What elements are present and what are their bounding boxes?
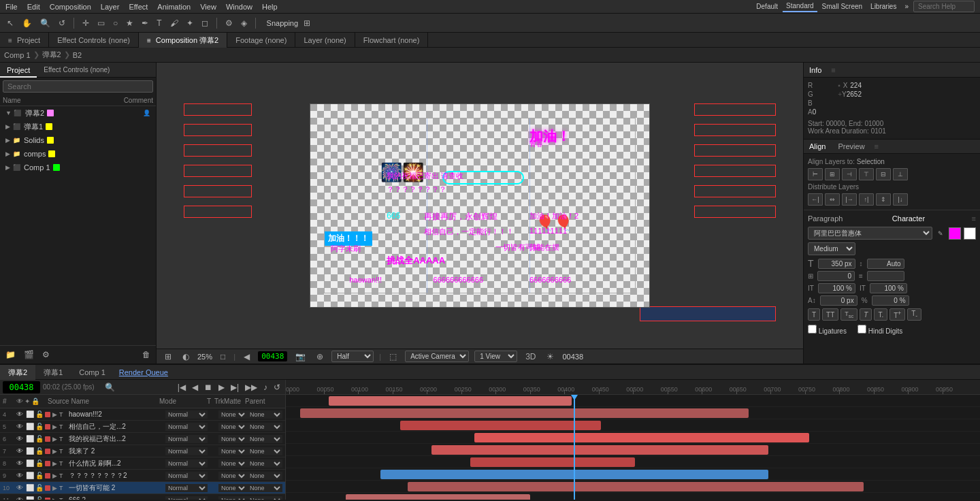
layer-parent-sel-4[interactable]: None [247, 410, 282, 419]
tool-eraser[interactable]: ◻ [199, 17, 211, 29]
layer-mode-sel-9[interactable]: Normal [165, 472, 208, 480]
font-family-select[interactable]: 阿里巴巴普惠体 [808, 227, 932, 240]
layer-parent-sel-9[interactable]: None [247, 472, 282, 480]
expand-arrow4[interactable]: ▶ [5, 150, 10, 157]
layer-eye-6[interactable]: 👁 [16, 435, 26, 442]
info-tab[interactable]: Info [809, 66, 821, 74]
layer-row-9[interactable]: 9 👁 ⬜ 🔓 ▶ T ？？？？？？？？2 Normal None None [0, 470, 285, 482]
kerning-input[interactable] [817, 271, 855, 281]
zoom-fit[interactable]: □ [218, 351, 228, 363]
layer-lock-6[interactable]: 🔓 [35, 435, 45, 442]
layer-expand-11[interactable]: ▶ [52, 497, 59, 500]
proj-item-comps[interactable]: ▶ 📁 comps [0, 147, 156, 161]
layer-solo-5[interactable]: ⬜ [26, 423, 35, 430]
layer-row-8[interactable]: 8 👁 ⬜ 🔓 ▶ T 什么情况 刷啊...2 Normal None None [0, 457, 285, 470]
tool-brush[interactable]: 🖌 [167, 17, 181, 29]
workspace-small-screen[interactable]: Small Screen [819, 1, 866, 12]
menu-effect[interactable]: Effect [129, 3, 148, 11]
character-tab[interactable]: Character [892, 214, 925, 223]
tl-next-frame[interactable]: ▶ [216, 382, 227, 393]
proj-new-folder[interactable]: 📁 [3, 349, 18, 361]
breadcrumb-danmu2[interactable]: 弹幕2 [42, 50, 61, 60]
viewer-snap[interactable]: ⊕ [314, 351, 326, 363]
tl-tab-comp1[interactable]: Comp 1 [71, 365, 114, 380]
panel-tab-effect-controls[interactable]: Effect Controls (none) [49, 33, 139, 48]
layer-trk-sel-6[interactable]: None [218, 435, 247, 443]
layer-trk-sel-9[interactable]: None [218, 472, 247, 480]
menu-view[interactable]: View [200, 3, 216, 11]
viewer-camera-icon[interactable]: 📷 [293, 351, 308, 363]
tool-roto[interactable]: ◈ [238, 17, 250, 29]
layer-row-6[interactable]: 6 👁 ⬜ 🔓 ▶ T 我的祝福已寄出...2 Normal None None [0, 433, 285, 445]
layer-eye-4[interactable]: 👁 [16, 410, 26, 418]
panel-tab-composition[interactable]: ≡ Composition 弹幕2 [139, 33, 227, 48]
layer-trk-sel-7[interactable]: None [218, 447, 247, 455]
timeline-tracks-panel[interactable]: 0000000050001000015000200002500030000350… [286, 380, 980, 500]
expand-arrow1[interactable]: ▼ [5, 110, 12, 116]
layer-expand-9[interactable]: ▶ [52, 472, 59, 479]
font-size-input[interactable] [818, 259, 855, 269]
proj-item-comp1[interactable]: ▶ ⬛ Comp 1 [0, 161, 156, 174]
tl-tab-danmu1[interactable]: 弹幕1 [35, 365, 71, 380]
tl-search-btn[interactable]: 🔍 [103, 382, 117, 393]
proj-tab-project[interactable]: Project [0, 63, 37, 78]
leading-input[interactable] [867, 259, 904, 269]
tool-select[interactable]: ↖ [4, 17, 16, 29]
track-bar-12[interactable] [346, 494, 530, 500]
proj-new-comp[interactable]: 🎬 [21, 349, 37, 361]
style-btn-T-dot[interactable]: T. [874, 308, 887, 321]
layer-mode-sel-8[interactable]: Normal [165, 459, 208, 468]
tracking-input[interactable] [867, 271, 904, 281]
align-tab[interactable]: Align [809, 142, 826, 150]
panel-tab-project[interactable]: ≡ Project [0, 33, 49, 48]
paragraph-tab[interactable]: Paragraph [808, 214, 843, 223]
layer-row-11[interactable]: 11 👁 ⬜ 🔓 ▶ T 666 2 Normal None None [0, 494, 285, 500]
tsume-input[interactable] [872, 295, 909, 306]
style-btn-T-super[interactable]: T+ [889, 308, 905, 321]
proj-delete[interactable]: 🗑 [140, 349, 153, 361]
menu-window[interactable]: Window [226, 3, 252, 11]
style-btn-Tr[interactable]: T [860, 308, 872, 321]
layer-trk-sel-11[interactable]: None [218, 496, 247, 500]
panel-tab-layer[interactable]: Layer (none) [295, 33, 355, 48]
expand-arrow3[interactable]: ▶ [5, 137, 10, 144]
layer-solo-7[interactable]: ⬜ [26, 447, 35, 455]
layer-lock-5[interactable]: 🔓 [35, 423, 45, 430]
viewer-frame-nav[interactable]: ◀ [241, 351, 252, 363]
tool-hand[interactable]: ✋ [19, 17, 35, 29]
layer-parent-sel-10[interactable]: None [247, 484, 282, 492]
layer-mode-sel-4[interactable]: Normal [165, 410, 208, 419]
layer-lock-11[interactable]: 🔓 [35, 496, 45, 500]
track-bar-7[interactable] [474, 433, 809, 442]
tool-rect[interactable]: ▭ [95, 17, 108, 29]
layer-eye-11[interactable]: 👁 [16, 496, 26, 500]
track-bar-4[interactable] [329, 396, 571, 406]
dist-v[interactable]: ⇕ [876, 193, 891, 206]
tl-prev-frame[interactable]: ◀ [190, 382, 200, 393]
layer-lock-7[interactable]: 🔓 [35, 447, 45, 455]
align-right[interactable]: ⊣ [842, 168, 857, 180]
scale-h-input[interactable] [818, 283, 855, 293]
dist-h[interactable]: ⇔ [825, 193, 840, 206]
workspace-default[interactable]: Default [753, 1, 781, 12]
tool-text[interactable]: T [154, 17, 164, 29]
viewer[interactable]: 加油！ 青春 🎆🎇 🎈🎈 我的祝福已寄出 请查收 ？？？？？？？？ 666 再接… [157, 63, 803, 349]
tool-zoom[interactable]: 🔍 [37, 17, 53, 29]
layer-solo-10[interactable]: ⬜ [26, 484, 35, 491]
viewer-3d-toggle[interactable]: 3D [523, 351, 538, 363]
align-bottom[interactable]: ⊥ [893, 168, 908, 180]
tl-play-stop[interactable]: ⏹ [202, 382, 214, 393]
viewer-exposure[interactable]: ☀ [544, 351, 557, 363]
layer-eye-8[interactable]: 👁 [16, 459, 26, 467]
resolution-select[interactable]: Half FullThirdQuarter [331, 351, 374, 362]
layer-mode-sel-5[interactable]: Normal [165, 423, 208, 431]
composition-canvas[interactable]: 加油！ 青春 🎆🎇 🎈🎈 我的祝福已寄出 请查收 ？？？？？？？？ 666 再接… [310, 103, 650, 308]
tl-ram-preview[interactable]: ▶▶ [243, 382, 259, 393]
style-btn-Tsc[interactable]: Tsc [840, 308, 858, 321]
panel-tab-flowchart[interactable]: Flowchart (none) [355, 33, 429, 48]
layer-parent-sel-7[interactable]: None [247, 447, 282, 455]
tl-tab-danmu2[interactable]: 弹幕2 [0, 365, 35, 380]
layer-expand-6[interactable]: ▶ [52, 436, 59, 442]
baseline-input[interactable] [820, 295, 858, 306]
layer-expand-8[interactable]: ▶ [52, 460, 59, 467]
